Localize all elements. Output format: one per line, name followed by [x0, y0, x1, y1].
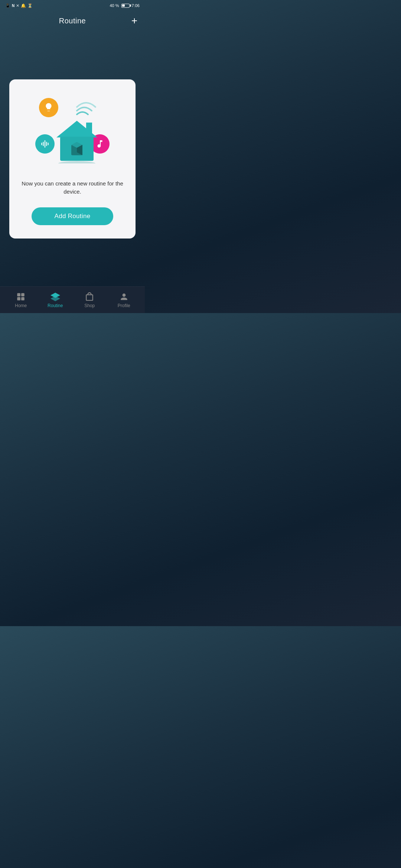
- home-nav-icon: [16, 292, 26, 302]
- empty-state-card: Now you can create a new routine for the…: [9, 79, 136, 239]
- add-routine-button[interactable]: Add Routine: [32, 207, 113, 225]
- svg-rect-10: [17, 297, 21, 300]
- routine-nav-icon: [50, 292, 61, 302]
- illustration: [32, 94, 113, 168]
- clock: 7:06: [132, 3, 140, 8]
- house-svg: [49, 100, 105, 163]
- header: Routine +: [0, 10, 145, 31]
- status-right-info: 40 % 7:06: [110, 3, 140, 8]
- waveform-icon: [40, 139, 50, 149]
- shop-nav-label: Shop: [84, 303, 95, 308]
- add-routine-header-button[interactable]: +: [131, 16, 137, 26]
- nav-item-routine[interactable]: Routine: [38, 292, 73, 308]
- smart-home-illustration: [49, 100, 105, 165]
- empty-state-description: Now you can create a new routine for the…: [18, 180, 127, 196]
- nfc-icon: N: [12, 4, 14, 8]
- status-left-icons: 📱 N ⨯ 🔔 ⏳: [5, 3, 33, 8]
- alarm-icon: 🔔: [21, 3, 26, 8]
- svg-marker-13: [50, 296, 60, 301]
- battery-fill: [122, 4, 125, 7]
- timer-icon: ⏳: [27, 3, 33, 8]
- bottom-navigation: Home Routine Shop Profile: [0, 286, 145, 313]
- svg-rect-8: [17, 293, 21, 296]
- page-title: Routine: [59, 17, 86, 25]
- svg-rect-9: [21, 293, 25, 296]
- home-nav-label: Home: [15, 303, 27, 308]
- routine-nav-label: Routine: [48, 303, 63, 308]
- nav-item-home[interactable]: Home: [4, 292, 38, 308]
- status-bar: 📱 N ⨯ 🔔 ⏳ 40 % 7:06: [0, 0, 145, 10]
- battery-percentage: 40 %: [110, 3, 119, 8]
- battery-icon: [121, 4, 130, 8]
- profile-nav-icon: [119, 292, 129, 302]
- bluetooth-icon: ⨯: [16, 3, 19, 8]
- nav-item-profile[interactable]: Profile: [107, 292, 141, 308]
- profile-nav-label: Profile: [118, 303, 130, 308]
- svg-point-7: [58, 161, 95, 163]
- svg-rect-11: [21, 297, 25, 300]
- sim-icon: 📱: [5, 3, 10, 8]
- nav-item-shop[interactable]: Shop: [72, 292, 107, 308]
- shop-nav-icon: [85, 292, 94, 302]
- battery-icon-container: [121, 4, 130, 8]
- svg-rect-2: [86, 122, 92, 134]
- main-content: Now you can create a new routine for the…: [0, 31, 145, 286]
